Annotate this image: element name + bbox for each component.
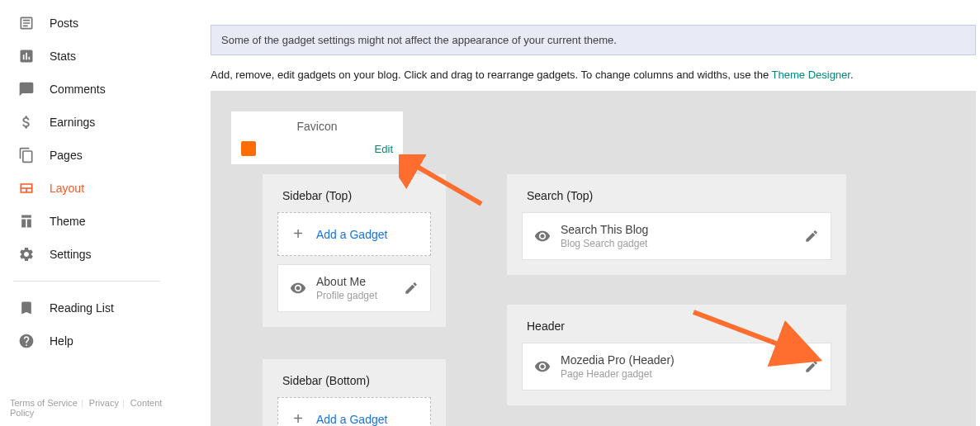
blogger-icon	[241, 141, 256, 156]
gadget-subtitle: Profile gadget	[316, 290, 394, 301]
nav-stats[interactable]: Stats	[0, 40, 173, 73]
theme-designer-link[interactable]: Theme Designer	[772, 69, 850, 81]
nav-label: Comments	[50, 83, 106, 96]
info-banner: Some of the gadget settings might not af…	[211, 25, 976, 55]
nav-label: Layout	[50, 182, 84, 195]
nav-pages[interactable]: Pages	[0, 139, 173, 172]
section-title: Sidebar (Bottom)	[282, 374, 431, 387]
nav-label: Posts	[50, 17, 78, 30]
nav-posts[interactable]: Posts	[0, 7, 173, 40]
add-gadget-label: Add a Gadget	[316, 228, 387, 241]
nav-settings[interactable]: Settings	[0, 238, 173, 271]
nav-reading-list[interactable]: Reading List	[0, 291, 173, 324]
nav-comments[interactable]: Comments	[0, 73, 173, 106]
nav-label: Help	[50, 334, 73, 348]
section-sidebar-bottom: Sidebar (Bottom) + Add a Gadget	[262, 358, 447, 426]
gadget-about-me[interactable]: About Me Profile gadget	[277, 264, 431, 312]
sidebar: Posts Stats Comments Earnings Pages Layo…	[0, 0, 173, 426]
footer-links: Terms of Service| Privacy| Content Polic…	[10, 398, 173, 418]
bookmark-icon	[17, 298, 36, 318]
gadget-subtitle: Page Header gadget	[561, 368, 794, 380]
gadget-name: About Me	[316, 275, 394, 288]
nav-label: Reading List	[50, 301, 114, 315]
gadget-name: Mozedia Pro (Header)	[561, 353, 794, 367]
visibility-icon	[534, 228, 551, 244]
nav-earnings[interactable]: Earnings	[0, 106, 173, 139]
pages-icon	[17, 145, 36, 165]
section-title: Search (Top)	[527, 189, 831, 202]
stats-icon	[17, 46, 36, 66]
favicon-card[interactable]: Favicon Edit	[230, 111, 404, 165]
earnings-icon	[17, 112, 36, 132]
layout-canvas: Favicon Edit Sidebar (Top) + Add a Gadge…	[211, 91, 976, 426]
section-title: Header	[527, 320, 831, 333]
footer-privacy[interactable]: Privacy	[89, 398, 119, 408]
nav-label: Earnings	[50, 116, 95, 129]
help-icon	[17, 331, 36, 351]
section-search-top: Search (Top) Search This Blog Blog Searc…	[506, 173, 847, 276]
plus-icon: +	[290, 225, 306, 244]
nav-help[interactable]: Help	[0, 324, 173, 357]
gadget-subtitle: Blog Search gadget	[561, 238, 794, 249]
nav-theme[interactable]: Theme	[0, 205, 173, 238]
gadget-search-blog[interactable]: Search This Blog Blog Search gadget	[522, 212, 831, 260]
posts-icon	[17, 13, 36, 33]
gadget-name: Search This Blog	[561, 223, 794, 236]
divider	[13, 281, 160, 282]
comments-icon	[17, 79, 36, 99]
section-header: Header Mozedia Pro (Header) Page Header …	[506, 304, 847, 406]
description-text: Add, remove, edit gadgets on your blog. …	[211, 69, 976, 81]
pencil-icon[interactable]	[804, 229, 819, 244]
layout-icon	[17, 178, 36, 198]
visibility-icon	[290, 280, 306, 296]
favicon-edit-link[interactable]: Edit	[375, 143, 393, 155]
plus-icon: +	[290, 409, 306, 426]
section-title: Sidebar (Top)	[282, 189, 431, 202]
gear-icon	[17, 244, 36, 264]
add-gadget-label: Add a Gadget	[316, 413, 387, 426]
theme-icon	[17, 211, 36, 231]
nav-layout[interactable]: Layout	[0, 172, 173, 205]
add-gadget-button[interactable]: + Add a Gadget	[277, 212, 431, 256]
nav-label: Pages	[50, 149, 83, 162]
gadget-header[interactable]: Mozedia Pro (Header) Page Header gadget	[522, 343, 831, 390]
pencil-icon[interactable]	[404, 281, 419, 296]
nav-label: Settings	[50, 248, 92, 261]
visibility-icon	[534, 358, 551, 375]
add-gadget-button[interactable]: + Add a Gadget	[277, 397, 431, 426]
pencil-icon[interactable]	[804, 359, 819, 374]
footer-tos[interactable]: Terms of Service	[10, 398, 78, 408]
main-content: Some of the gadget settings might not af…	[211, 0, 976, 426]
favicon-title: Favicon	[231, 111, 403, 136]
section-sidebar-top: Sidebar (Top) + Add a Gadget About Me Pr…	[262, 173, 447, 328]
nav-label: Stats	[50, 50, 76, 63]
nav-label: Theme	[50, 215, 86, 228]
